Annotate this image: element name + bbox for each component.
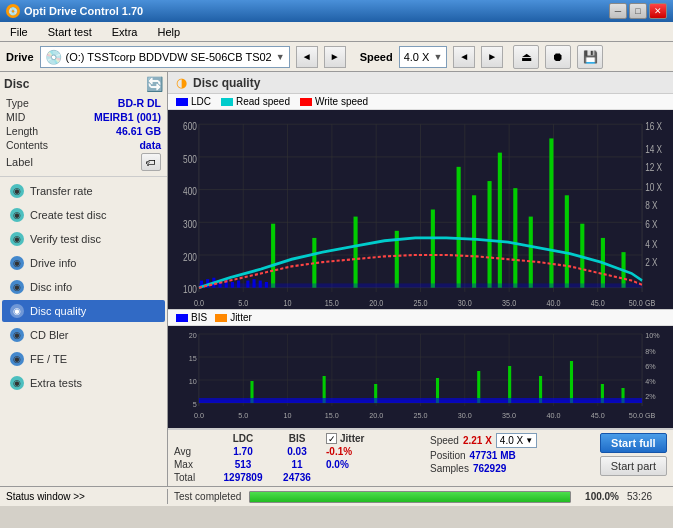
svg-text:45.0: 45.0: [591, 297, 605, 308]
svg-text:35.0: 35.0: [502, 412, 516, 420]
charts-container: 600 500 400 300 200 100 16 X 14 X 12 X 1…: [168, 110, 673, 429]
nav-drive-info-icon: ◉: [10, 256, 24, 270]
svg-rect-59: [457, 167, 461, 288]
nav-extra-tests-label: Extra tests: [30, 377, 82, 389]
nav-extra-tests[interactable]: ◉ Extra tests: [2, 372, 165, 394]
legend-jitter-label: Jitter: [230, 312, 252, 323]
menu-file[interactable]: File: [4, 24, 34, 40]
bis-header: BIS: [272, 433, 322, 444]
svg-text:2 X: 2 X: [645, 256, 658, 269]
disc-mid-value: MEIRB1 (001): [94, 111, 161, 123]
nav-disc-info[interactable]: ◉ Disc info: [2, 276, 165, 298]
svg-rect-118: [199, 398, 642, 403]
legend-ldc: LDC: [176, 96, 211, 107]
bottom-chart: 20 15 10 5 10% 8% 6% 4% 2% 0.0 5.0 10 15…: [168, 326, 673, 429]
stats-avg-row: Avg 1.70 0.03 -0.1%: [174, 446, 416, 457]
drive-next-button[interactable]: ►: [324, 46, 346, 68]
start-part-button[interactable]: Start part: [600, 456, 667, 476]
svg-text:100: 100: [183, 283, 197, 296]
speed-prev-button[interactable]: ◄: [453, 46, 475, 68]
disc-label-button[interactable]: 🏷: [141, 153, 161, 171]
content-area: ◑ Disc quality LDC Read speed Write spee…: [168, 72, 673, 486]
drive-prev-button[interactable]: ◄: [296, 46, 318, 68]
drive-label: Drive: [6, 51, 34, 63]
svg-text:5.0: 5.0: [238, 412, 248, 420]
nav-transfer-rate[interactable]: ◉ Transfer rate: [2, 180, 165, 202]
menu-help[interactable]: Help: [151, 24, 186, 40]
svg-text:14 X: 14 X: [645, 142, 662, 155]
disc-mid-label: MID: [6, 111, 25, 123]
svg-text:4%: 4%: [645, 378, 656, 386]
toolbar-record-button[interactable]: ⏺: [545, 45, 571, 69]
nav-fe-te[interactable]: ◉ FE / TE: [2, 348, 165, 370]
max-label: Max: [174, 459, 214, 470]
speed-stat-select[interactable]: 4.0 X ▼: [496, 433, 537, 448]
disc-length-label: Length: [6, 125, 38, 137]
progress-fill: [250, 492, 570, 502]
bis-total: 24736: [272, 472, 322, 483]
nav-cd-bler[interactable]: ◉ CD Bler: [2, 324, 165, 346]
chart-header-icon: ◑: [176, 75, 187, 90]
toolbar-eject-button[interactable]: ⏏: [513, 45, 539, 69]
nav-create-test-disc-icon: ◉: [10, 208, 24, 222]
main-layout: Disc 🔄 Type BD-R DL MID MEIRB1 (001) Len…: [0, 72, 673, 486]
disc-contents-value: data: [139, 139, 161, 151]
ldc-header: LDC: [218, 433, 268, 444]
nav-create-test-disc[interactable]: ◉ Create test disc: [2, 204, 165, 226]
svg-text:8 X: 8 X: [645, 199, 658, 212]
menu-start-test[interactable]: Start test: [42, 24, 98, 40]
disc-type-label: Type: [6, 97, 29, 109]
svg-rect-115: [570, 361, 573, 403]
nav-disc-info-label: Disc info: [30, 281, 72, 293]
speed-stat-select-value: 4.0 X: [500, 435, 523, 446]
legend-write-speed: Write speed: [300, 96, 368, 107]
position-stat-row: Position 47731 MB: [430, 450, 537, 461]
ldc-avg: 1.70: [218, 446, 268, 457]
minimize-button[interactable]: ─: [609, 3, 627, 19]
drive-dropdown-icon: ▼: [276, 52, 285, 62]
menu-extra[interactable]: Extra: [106, 24, 144, 40]
nav-transfer-rate-label: Transfer rate: [30, 185, 93, 197]
nav-disc-quality[interactable]: ◉ Disc quality: [2, 300, 165, 322]
legend-ldc-color: [176, 98, 188, 106]
bottom-legend: BIS Jitter: [168, 310, 673, 326]
maximize-button[interactable]: □: [629, 3, 647, 19]
bis-max: 11: [272, 459, 322, 470]
toolbar-save-button[interactable]: 💾: [577, 45, 603, 69]
stats-section: LDC BIS ✓ Jitter Avg 1.70 0.03 -0.1% Max…: [168, 429, 673, 486]
svg-text:25.0: 25.0: [413, 297, 427, 308]
svg-text:45.0: 45.0: [591, 412, 605, 420]
disc-refresh-icon[interactable]: 🔄: [146, 76, 163, 92]
nav-verify-test-disc[interactable]: ◉ Verify test disc: [2, 228, 165, 250]
drive-selector[interactable]: 💿 (O:) TSSTcorp BDDVDW SE-506CB TS02 ▼: [40, 46, 290, 68]
speed-stat-row: Speed 2.21 X 4.0 X ▼: [430, 433, 537, 448]
speed-next-button[interactable]: ►: [481, 46, 503, 68]
jitter-max: 0.0%: [326, 459, 416, 470]
avg-label: Avg: [174, 446, 214, 457]
svg-text:6 X: 6 X: [645, 218, 658, 231]
sidebar-nav: ◉ Transfer rate ◉ Create test disc ◉ Ver…: [0, 177, 167, 486]
stats-table: LDC BIS ✓ Jitter Avg 1.70 0.03 -0.1% Max…: [174, 433, 416, 483]
nav-create-test-disc-label: Create test disc: [30, 209, 106, 221]
progress-bar: [249, 491, 571, 503]
title-bar: 💿 Opti Drive Control 1.70 ─ □ ✕: [0, 0, 673, 22]
position-stat-label: Position: [430, 450, 466, 461]
svg-rect-62: [498, 153, 502, 288]
svg-text:15: 15: [189, 355, 197, 363]
start-full-button[interactable]: Start full: [600, 433, 667, 453]
svg-text:0.0: 0.0: [194, 297, 204, 308]
speed-selector[interactable]: 4.0 X ▼: [399, 46, 448, 68]
svg-text:5.0: 5.0: [238, 297, 248, 308]
samples-stat-label: Samples: [430, 463, 469, 474]
top-legend: LDC Read speed Write speed: [168, 94, 673, 110]
svg-text:20: 20: [189, 332, 197, 340]
status-percent: 100.0%: [579, 491, 619, 502]
close-button[interactable]: ✕: [649, 3, 667, 19]
jitter-header-container: ✓ Jitter: [326, 433, 416, 444]
stats-total-row: Total 1297809 24736: [174, 472, 416, 483]
legend-bis-label: BIS: [191, 312, 207, 323]
chart-header: ◑ Disc quality: [168, 72, 673, 94]
svg-text:2%: 2%: [645, 393, 656, 401]
jitter-checkbox[interactable]: ✓: [326, 433, 337, 444]
nav-drive-info[interactable]: ◉ Drive info: [2, 252, 165, 274]
